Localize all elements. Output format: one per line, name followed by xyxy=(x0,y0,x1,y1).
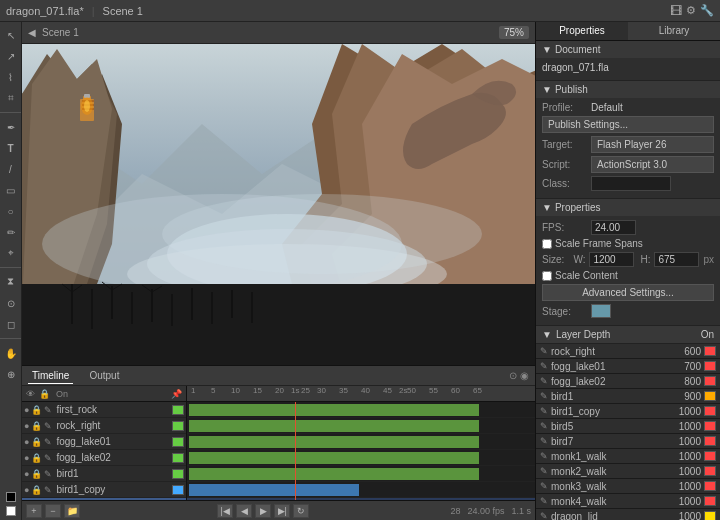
eyedrop-tool[interactable]: ⊙ xyxy=(2,294,20,312)
arrow-tool[interactable]: ↖ xyxy=(2,26,20,44)
layer-color[interactable] xyxy=(172,421,184,431)
lasso-tool[interactable]: ⌗ xyxy=(2,89,20,107)
layer-color[interactable] xyxy=(172,405,184,415)
layer-row[interactable]: ● 🔒 ✎ fogg_lake01 xyxy=(22,434,186,450)
layer-row[interactable]: ● 🔒 ✎ first_rock xyxy=(22,402,186,418)
ld-row[interactable]: ✎ rock_right 600 xyxy=(536,344,720,359)
rewind-btn[interactable]: |◀ xyxy=(217,504,233,518)
eye-icon[interactable]: ● xyxy=(24,421,29,431)
ld-layer-color[interactable] xyxy=(704,361,716,371)
ld-row[interactable]: ✎ monk2_walk 1000 xyxy=(536,464,720,479)
lock-icon[interactable]: 🔒 xyxy=(31,469,42,479)
ld-layer-color[interactable] xyxy=(704,436,716,446)
eye-icon[interactable]: ● xyxy=(24,485,29,495)
fill-color[interactable] xyxy=(6,506,16,516)
pen-tool[interactable]: ✒ xyxy=(2,118,20,136)
eye-icon[interactable]: ● xyxy=(24,405,29,415)
film-icon[interactable]: 🎞 xyxy=(670,4,682,18)
eye-icon[interactable]: ● xyxy=(24,469,29,479)
subselect-tool[interactable]: ↗ xyxy=(2,47,20,65)
ld-layer-color[interactable] xyxy=(704,496,716,506)
tab-timeline[interactable]: Timeline xyxy=(28,368,73,384)
layer-row[interactable]: ● 🔒 ✎ bird1 xyxy=(22,466,186,482)
ld-layer-color[interactable] xyxy=(704,346,716,356)
add-layer-btn[interactable]: + xyxy=(26,504,42,518)
back-btn[interactable]: ◀ xyxy=(28,27,36,38)
hand-tool[interactable]: ✋ xyxy=(2,344,20,362)
stroke-color[interactable] xyxy=(6,492,16,502)
ld-layer-color[interactable] xyxy=(704,451,716,461)
props-section-header[interactable]: ▼ Properties xyxy=(536,199,720,216)
lock-icon[interactable]: 🔒 xyxy=(31,485,42,495)
tl-onion-icon[interactable]: ⊙ xyxy=(509,370,517,381)
pencil-tool[interactable]: ✏ xyxy=(2,223,20,241)
text-tool[interactable]: T xyxy=(2,139,20,157)
tab-output[interactable]: Output xyxy=(85,368,123,383)
ld-layer-color[interactable] xyxy=(704,406,716,416)
zoom-display[interactable]: 75% xyxy=(499,26,529,39)
loop-btn[interactable]: ↻ xyxy=(293,504,309,518)
step-fwd-btn[interactable]: ▶| xyxy=(274,504,290,518)
ld-row[interactable]: ✎ fogg_lake02 800 xyxy=(536,374,720,389)
ld-layer-color[interactable] xyxy=(704,376,716,386)
brush-tool[interactable]: ⌖ xyxy=(2,244,20,262)
ld-row[interactable]: ✎ dragon_lid 1000 xyxy=(536,509,720,520)
ld-row[interactable]: ✎ bird5 1000 xyxy=(536,419,720,434)
freeform-tool[interactable]: ⌇ xyxy=(2,68,20,86)
fill-tool[interactable]: ⧗ xyxy=(2,273,20,291)
rect-tool[interactable]: ▭ xyxy=(2,181,20,199)
class-input[interactable] xyxy=(591,176,671,191)
stage-color-swatch[interactable] xyxy=(591,304,611,318)
layer-color[interactable] xyxy=(172,453,184,463)
tl-solo-icon[interactable]: ◉ xyxy=(520,370,529,381)
ld-row[interactable]: ✎ bird7 1000 xyxy=(536,434,720,449)
layer-row[interactable]: ● 🔒 ✎ bird1_copy xyxy=(22,482,186,498)
scale-frames-checkbox[interactable] xyxy=(542,239,552,249)
tools-icon[interactable]: 🔧 xyxy=(700,4,714,17)
step-back-btn[interactable]: ◀ xyxy=(236,504,252,518)
lock-icon[interactable]: 🔒 xyxy=(31,453,42,463)
publish-section-header[interactable]: ▼ Publish xyxy=(536,81,720,98)
delete-layer-btn[interactable]: − xyxy=(45,504,61,518)
script-dropdown[interactable]: ActionScript 3.0 xyxy=(591,156,714,173)
tab-properties[interactable]: Properties xyxy=(536,22,628,40)
height-input[interactable] xyxy=(654,252,699,267)
ld-layer-color[interactable] xyxy=(704,391,716,401)
layer-row[interactable]: ● 🔒 ✎ fogg_lake02 xyxy=(22,450,186,466)
line-tool[interactable]: / xyxy=(2,160,20,178)
lock-icon[interactable]: 🔒 xyxy=(31,405,42,415)
tab-library[interactable]: Library xyxy=(628,22,720,40)
ld-row[interactable]: ✎ monk1_walk 1000 xyxy=(536,449,720,464)
lock-icon[interactable]: 🔒 xyxy=(31,437,42,447)
eye-icon[interactable]: ● xyxy=(24,437,29,447)
ld-row[interactable]: ✎ bird1 900 xyxy=(536,389,720,404)
document-section-header[interactable]: ▼ Document xyxy=(536,41,720,58)
scale-content-checkbox[interactable] xyxy=(542,271,552,281)
ld-layer-color[interactable] xyxy=(704,481,716,491)
play-btn[interactable]: ▶ xyxy=(255,504,271,518)
ld-layer-color[interactable] xyxy=(704,511,716,520)
layer-color[interactable] xyxy=(172,485,184,495)
lock-icon[interactable]: 🔒 xyxy=(31,421,42,431)
target-dropdown[interactable]: Flash Player 26 xyxy=(591,136,714,153)
width-input[interactable] xyxy=(589,252,634,267)
ld-row[interactable]: ✎ bird1_copy 1000 xyxy=(536,404,720,419)
ld-row[interactable]: ✎ monk3_walk 1000 xyxy=(536,479,720,494)
settings-icon[interactable]: ⚙ xyxy=(686,4,696,17)
zoom-tool[interactable]: ⊕ xyxy=(2,365,20,383)
add-folder-btn[interactable]: 📁 xyxy=(64,504,80,518)
playhead[interactable] xyxy=(295,402,296,500)
ld-row[interactable]: ✎ fogg_lake01 700 xyxy=(536,359,720,374)
layer-row[interactable]: ● 🔒 ✎ rock_right xyxy=(22,418,186,434)
oval-tool[interactable]: ○ xyxy=(2,202,20,220)
eye-icon[interactable]: ● xyxy=(24,453,29,463)
ld-layer-color[interactable] xyxy=(704,466,716,476)
layer-color[interactable] xyxy=(172,469,184,479)
layer-color[interactable] xyxy=(172,437,184,447)
eraser-tool[interactable]: ◻ xyxy=(2,315,20,333)
ld-row[interactable]: ✎ monk4_walk 1000 xyxy=(536,494,720,509)
publish-settings-btn[interactable]: Publish Settings... xyxy=(542,116,714,133)
ld-layer-color[interactable] xyxy=(704,421,716,431)
fps-input[interactable] xyxy=(591,220,636,235)
advanced-settings-btn[interactable]: Advanced Settings... xyxy=(542,284,714,301)
